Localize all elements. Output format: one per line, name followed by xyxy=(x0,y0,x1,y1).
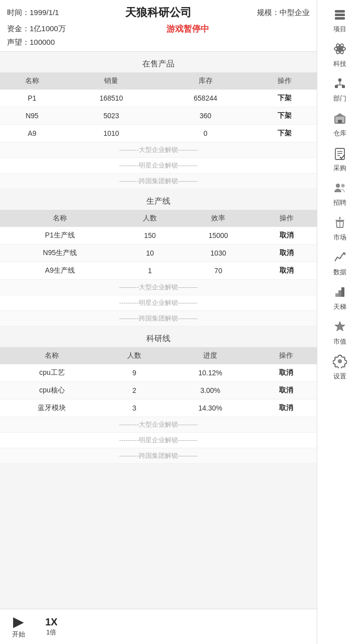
research-row: 蓝牙模块 3 14.30% 取消 xyxy=(0,399,317,417)
sidebar-label-project: 项目 xyxy=(333,25,346,34)
products-row: P1 168510 658244 下架 xyxy=(0,90,317,107)
products-section-title: 在售产品 xyxy=(0,52,317,72)
product-sales: 1010 xyxy=(64,125,158,142)
sidebar-label-data: 数据 xyxy=(333,268,346,277)
sidebar-label-tech: 科技 xyxy=(333,59,346,68)
sidebar-item-warehouse[interactable]: 仓库 xyxy=(320,107,360,142)
main-content: 时间：1999/1/1 天狼科研公司 规模：中型企业 资金：1亿1000万 游戏… xyxy=(0,0,317,644)
unlock-label: ---------明星企业解锁--------- xyxy=(0,295,317,311)
sidebar-label-department: 部门 xyxy=(333,94,346,103)
research-action-btn[interactable]: 取消 xyxy=(256,382,317,399)
products-col-stock: 库存 xyxy=(158,72,252,90)
settings-icon xyxy=(333,354,347,370)
product-sales: 5023 xyxy=(64,107,158,125)
start-label: 开始 xyxy=(12,630,25,639)
production-efficiency: 15000 xyxy=(180,227,256,245)
research-action-btn[interactable]: 取消 xyxy=(256,364,317,382)
production-col-workers: 人数 xyxy=(120,210,180,227)
production-name: A9生产线 xyxy=(0,262,120,280)
products-table-header: 名称 销量 库存 操作 xyxy=(0,72,317,90)
play-icon: ▶ xyxy=(13,615,24,629)
production-col-name: 名称 xyxy=(0,210,120,227)
sidebar-item-data[interactable]: 数据 xyxy=(320,246,360,281)
unlock-label: ---------大型企业解锁--------- xyxy=(0,280,317,295)
sidebar-item-market[interactable]: 市场 xyxy=(320,211,360,246)
svg-rect-9 xyxy=(342,85,345,88)
tech-icon xyxy=(333,42,347,58)
sidebar-items: 项目科技部门仓库采购招聘市场数据天梯市值设置 xyxy=(320,3,360,385)
sidebar-item-ladder[interactable]: 天梯 xyxy=(320,281,360,315)
research-col-action: 操作 xyxy=(256,347,317,364)
production-name: P1生产线 xyxy=(0,227,120,245)
products-col-name: 名称 xyxy=(0,72,64,90)
speed-value: 1X xyxy=(45,616,57,628)
sidebar-item-tech[interactable]: 科技 xyxy=(320,38,360,72)
svg-marker-13 xyxy=(334,113,345,117)
research-col-name: 名称 xyxy=(0,347,104,364)
production-workers: 10 xyxy=(120,245,180,262)
production-col-action: 操作 xyxy=(256,210,317,227)
production-section-title: 生产线 xyxy=(0,189,317,210)
research-name: 蓝牙模块 xyxy=(0,399,104,417)
product-action-btn[interactable]: 下架 xyxy=(252,125,317,142)
production-col-efficiency: 效率 xyxy=(180,210,256,227)
svg-rect-0 xyxy=(335,10,345,13)
research-unlock-row: ---------大型企业解锁--------- xyxy=(0,417,317,433)
speed-control[interactable]: 1X 1倍 xyxy=(45,616,57,637)
product-name: A9 xyxy=(0,125,64,142)
unlock-label: ---------跨国集团解锁--------- xyxy=(0,311,317,327)
production-action-btn[interactable]: 取消 xyxy=(256,262,317,280)
svg-rect-15 xyxy=(335,148,344,159)
product-action-btn[interactable]: 下架 xyxy=(252,107,317,125)
production-workers: 150 xyxy=(120,227,180,245)
research-name: cpu核心 xyxy=(0,382,104,399)
research-progress: 10.12% xyxy=(165,364,256,382)
svg-rect-2 xyxy=(335,17,345,20)
sidebar-label-settings: 设置 xyxy=(333,372,346,381)
sidebar-label-market: 市场 xyxy=(333,233,346,242)
products-row: N95 5023 360 下架 xyxy=(0,107,317,125)
production-efficiency: 1030 xyxy=(180,245,256,262)
svg-rect-8 xyxy=(335,85,338,88)
production-efficiency: 70 xyxy=(180,262,256,280)
products-unlock-row: ---------明星企业解锁--------- xyxy=(0,158,317,174)
sidebar-label-warehouse: 仓库 xyxy=(333,129,346,138)
production-action-btn[interactable]: 取消 xyxy=(256,227,317,245)
unlock-label: ---------跨国集团解锁--------- xyxy=(0,174,317,189)
warehouse-icon xyxy=(333,111,347,127)
production-row: P1生产线 150 15000 取消 xyxy=(0,227,317,245)
unlock-label: ---------跨国集团解锁--------- xyxy=(0,448,317,464)
products-unlock-row: ---------跨国集团解锁--------- xyxy=(0,174,317,189)
header-time: 时间：1999/1/1 xyxy=(7,8,67,18)
sidebar-label-market-value: 市值 xyxy=(333,337,346,346)
unlock-label: ---------大型企业解锁--------- xyxy=(0,142,317,158)
start-button[interactable]: ▶ 开始 xyxy=(12,615,25,639)
production-action-btn[interactable]: 取消 xyxy=(256,245,317,262)
svg-point-20 xyxy=(341,184,344,188)
research-section-title: 科研线 xyxy=(0,327,317,347)
product-action-btn[interactable]: 下架 xyxy=(252,90,317,107)
research-action-btn[interactable]: 取消 xyxy=(256,399,317,417)
sidebar-item-settings[interactable]: 设置 xyxy=(320,350,360,385)
department-icon xyxy=(333,76,347,93)
production-unlock-row: ---------大型企业解锁--------- xyxy=(0,280,317,295)
svg-rect-24 xyxy=(338,290,341,297)
research-progress: 14.30% xyxy=(165,399,256,417)
production-table: 名称 人数 效率 操作 P1生产线 150 15000 取消 N95生产线 10… xyxy=(0,210,317,327)
sidebar-item-department[interactable]: 部门 xyxy=(320,72,360,107)
research-unlock-row: ---------跨国集团解锁--------- xyxy=(0,448,317,464)
production-unlock-row: ---------明星企业解锁--------- xyxy=(0,295,317,311)
sidebar-item-recruit[interactable]: 招聘 xyxy=(320,177,360,211)
research-unlock-row: ---------明星企业解锁--------- xyxy=(0,433,317,448)
company-title: 天狼科研公司 xyxy=(67,5,249,20)
sidebar-item-project[interactable]: 项目 xyxy=(320,3,360,38)
product-name: P1 xyxy=(0,90,64,107)
purchase-icon xyxy=(333,146,347,162)
unlock-label: ---------明星企业解锁--------- xyxy=(0,433,317,448)
products-row: A9 1010 0 下架 xyxy=(0,125,317,142)
svg-point-3 xyxy=(338,47,341,51)
sidebar-item-market-value[interactable]: 市值 xyxy=(320,315,360,350)
product-stock: 658244 xyxy=(158,90,252,107)
research-workers: 3 xyxy=(104,399,164,417)
sidebar-item-purchase[interactable]: 采购 xyxy=(320,142,360,177)
